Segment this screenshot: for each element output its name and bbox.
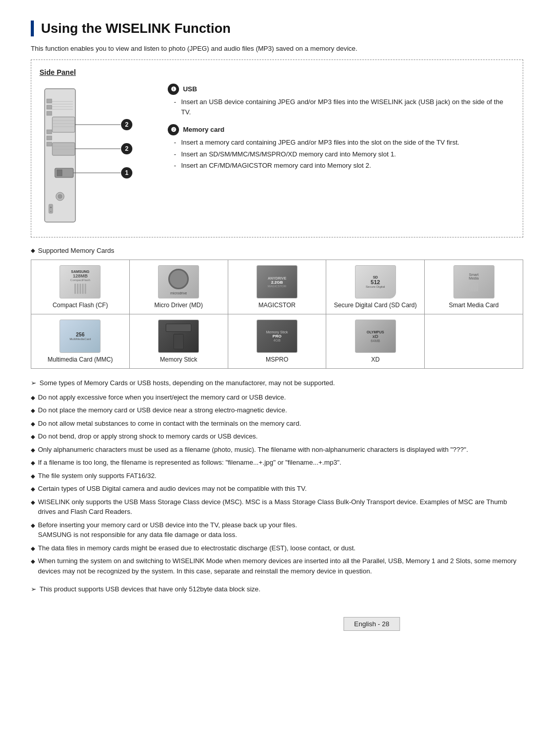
- page-title: Using the WISELINK Function: [31, 21, 523, 36]
- bullet-text-10: Before inserting your memory card or USB…: [38, 520, 297, 540]
- usb-info: ❶ USB Insert an USB device containing JP…: [168, 84, 515, 117]
- bullet-text-5: Only alphanumeric characters must be use…: [38, 445, 468, 455]
- bullet-item-9: ◆ WISELINK only supports the USB Mass St…: [31, 497, 523, 517]
- bullet-text-12: When turning the system on and switching…: [38, 556, 523, 576]
- bullet-text-11: The data files in memory cards might be …: [38, 543, 355, 553]
- arrow-icon-1: ➢: [31, 378, 36, 388]
- memory-bullet-list: Insert a memory card containing JPEG and…: [168, 137, 515, 171]
- note-arrow-2-text: This product supports USB devices that h…: [39, 584, 261, 594]
- card-mspro: Memory Stick PRO 4GB MSPRO: [228, 314, 326, 369]
- svg-rect-3: [47, 111, 52, 115]
- panel-info: ❶ USB Insert an USB device containing JP…: [168, 84, 515, 178]
- svg-point-30: [58, 194, 62, 198]
- bullet-item-12: ◆ When turning the system on and switchi…: [31, 556, 523, 576]
- usb-bullet-1: Insert an USB device containing JPEG and…: [174, 97, 515, 117]
- card-ms-label: Memory Stick: [160, 356, 197, 363]
- usb-badge: ❶: [168, 84, 179, 95]
- bullet-text-2: Do not place the memory card or USB devi…: [38, 405, 287, 415]
- card-xd-img: OLYMPUS xD 64MB: [355, 320, 396, 353]
- bullet-item-3: ◆ Do not allow metal substances to come …: [31, 419, 523, 429]
- memory-cards-row-2: 256 MultiMediaCard Multimedia Card (MMC)…: [31, 314, 523, 369]
- note-arrow-1-text: Some types of Memory Cards or USB hosts,…: [39, 378, 335, 388]
- bullet-item-2: ◆ Do not place the memory card or USB de…: [31, 405, 523, 415]
- svg-text:2: 2: [125, 145, 129, 152]
- card-mmc: 256 MultiMediaCard Multimedia Card (MMC): [31, 314, 130, 369]
- svg-rect-11: [52, 117, 75, 132]
- card-md-img: microdrive: [158, 265, 199, 299]
- card-sd-label: Secure Digital Card (SD Card): [334, 302, 417, 309]
- diamond-icon-5: ◆: [31, 446, 35, 454]
- diamond-icon-11: ◆: [31, 544, 35, 553]
- bullet-text-3: Do not allow metal substances to come in…: [38, 419, 301, 429]
- memory-bullet-1: Insert a memory card containing JPEG and…: [174, 137, 515, 148]
- card-magicstor-label: MAGICSTOR: [259, 302, 295, 309]
- memory-badge: ❷: [168, 124, 179, 135]
- memory-bullet-2: Insert an SD/SM/MMC/MS/MSPRO/XD memory c…: [174, 149, 515, 160]
- card-sd: SD 512 Secure Digital Secure Digital Car…: [326, 260, 425, 314]
- bullet-item-10: ◆ Before inserting your memory card or U…: [31, 520, 523, 540]
- card-sm-img: Smart Media: [453, 265, 494, 299]
- diamond-icon-4: ◆: [31, 432, 35, 441]
- svg-rect-6: [47, 142, 52, 146]
- diamond-icon-12: ◆: [31, 557, 35, 566]
- svg-text:2: 2: [125, 121, 129, 128]
- arrow-icon-2: ➢: [31, 584, 36, 594]
- card-ms: Memory Stick: [129, 314, 228, 369]
- svg-rect-2: [47, 105, 52, 109]
- card-md-label: Micro Driver (MD): [154, 302, 203, 309]
- memory-card-info: ❷ Memory card Insert a memory card conta…: [168, 124, 515, 171]
- card-mspro-label: MSPRO: [266, 356, 288, 363]
- svg-rect-25: [57, 170, 62, 176]
- diamond-icon-2: ◆: [31, 406, 35, 415]
- card-sm-label: Smart Media Card: [449, 302, 499, 309]
- bullet-notes-list: ◆ Do not apply excessive force when you …: [31, 392, 523, 576]
- svg-rect-1: [47, 99, 52, 103]
- card-mmc-label: Multimedia Card (MMC): [48, 356, 113, 363]
- side-panel-title: Side Panel: [39, 68, 515, 76]
- bullet-item-6: ◆ If a filename is too long, the filenam…: [31, 457, 523, 468]
- bullet-item-5: ◆ Only alphanumeric characters must be u…: [31, 445, 523, 455]
- diamond-icon-8: ◆: [31, 485, 35, 493]
- card-magicstor-img: ANYDRIVE 2.2GB MAGICSTOR: [256, 265, 298, 299]
- diamond-icon-10: ◆: [31, 521, 35, 530]
- diamond-icon-6: ◆: [31, 459, 35, 467]
- card-mmc-img: 256 MultiMediaCard: [60, 320, 101, 353]
- bullet-text-8: Certain types of USB Digital camera and …: [38, 484, 307, 494]
- diamond-icon-9: ◆: [31, 498, 35, 507]
- intro-text: This function enables you to view and li…: [31, 45, 523, 52]
- svg-text:1: 1: [125, 169, 129, 176]
- panel-diagram: 2 2 1: [39, 84, 152, 229]
- supported-label: Supported Memory Cards: [31, 247, 523, 254]
- bullet-item-7: ◆ The file system only supports FAT16/32…: [31, 471, 523, 481]
- diamond-icon-3: ◆: [31, 420, 35, 428]
- card-cf: SAMSUNG 128MB CompactFlash Compact Flash…: [31, 260, 130, 314]
- usb-label: USB: [183, 85, 197, 93]
- bullet-item-1: ◆ Do not apply excessive force when you …: [31, 392, 523, 403]
- card-md: microdrive Micro Driver (MD): [129, 260, 228, 314]
- note-arrow-2: ➢ This product supports USB devices that…: [31, 584, 523, 594]
- bullet-item-4: ◆ Do not bend, drop or apply strong shoc…: [31, 431, 523, 442]
- memory-cards-table: SAMSUNG 128MB CompactFlash Compact Flash…: [31, 260, 523, 369]
- card-sm: Smart Media Smart Media Card: [425, 260, 523, 314]
- svg-text:-: -: [50, 209, 52, 213]
- card-magicstor: ANYDRIVE 2.2GB MAGICSTOR MAGICSTOR: [228, 260, 326, 314]
- svg-rect-4: [47, 130, 52, 134]
- side-panel-box: Side Panel: [31, 59, 523, 237]
- bullet-item-11: ◆ The data files in memory cards might b…: [31, 543, 523, 553]
- memory-cards-row-1: SAMSUNG 128MB CompactFlash Compact Flash…: [31, 260, 523, 314]
- diamond-icon-1: ◆: [31, 393, 35, 402]
- card-empty: [425, 314, 523, 369]
- card-ms-img: [158, 320, 199, 353]
- bullet-text-7: The file system only supports FAT16/32.: [38, 471, 156, 481]
- memory-bullet-3: Insert an CF/MD/MAGICSTOR memory card in…: [174, 161, 515, 171]
- memory-label: Memory card: [183, 126, 225, 133]
- svg-rect-18: [52, 143, 75, 155]
- bullet-text-6: If a filename is too long, the filename …: [38, 457, 341, 468]
- card-mspro-img: Memory Stick PRO 4GB: [256, 320, 298, 353]
- diamond-icon-7: ◆: [31, 472, 35, 481]
- card-xd-label: XD: [371, 356, 380, 363]
- bullet-text-1: Do not apply excessive force when you in…: [38, 392, 286, 403]
- card-sd-img: SD 512 Secure Digital: [355, 265, 396, 299]
- bullet-item-8: ◆ Certain types of USB Digital camera an…: [31, 484, 523, 494]
- bullet-text-4: Do not bend, drop or apply strong shock …: [38, 431, 258, 442]
